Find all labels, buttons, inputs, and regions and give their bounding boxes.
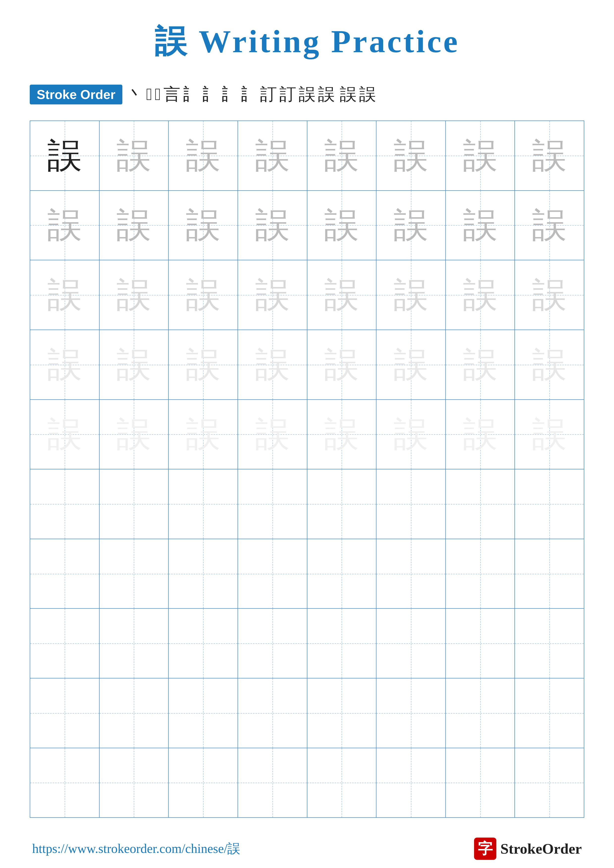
footer: https://www.strokeorder.com/chinese/誤 字 …	[30, 837, 584, 860]
grid-cell: 誤	[376, 191, 446, 260]
grid-cell: 誤	[169, 191, 238, 260]
grid-cell	[376, 539, 446, 608]
grid-cell: 誤	[238, 330, 307, 399]
grid-row: 誤誤誤誤誤誤誤誤	[30, 260, 584, 330]
practice-char: 誤	[463, 208, 497, 242]
grid-cell	[515, 539, 584, 608]
logo-char: 字	[478, 839, 493, 859]
grid-cell	[446, 470, 515, 539]
grid-cell	[446, 748, 515, 817]
grid-cell: 誤	[515, 260, 584, 330]
practice-char: 誤	[186, 417, 221, 451]
grid-cell: 誤	[376, 121, 446, 190]
practice-char: 誤	[255, 417, 290, 451]
grid-cell	[446, 679, 515, 748]
grid-cell	[376, 470, 446, 539]
grid-cell	[446, 539, 515, 608]
footer-logo-icon: 字	[474, 837, 496, 860]
grid-cell	[238, 679, 307, 748]
grid-cell: 誤	[30, 400, 99, 469]
practice-char: 誤	[463, 347, 497, 382]
practice-char: 誤	[463, 417, 497, 451]
practice-char: 誤	[186, 138, 221, 173]
grid-cell: 誤	[376, 400, 446, 469]
grid-cell	[30, 679, 99, 748]
stroke-order-badge: Stroke Order	[30, 85, 122, 104]
grid-cell	[515, 609, 584, 678]
grid-cell	[376, 679, 446, 748]
practice-char: 誤	[47, 277, 82, 312]
grid-cell: 誤	[446, 191, 515, 260]
grid-cell	[238, 539, 307, 608]
grid-cell: 誤	[515, 330, 584, 399]
grid-cell	[169, 748, 238, 817]
grid-cell: 誤	[238, 260, 307, 330]
footer-logo-text: StrokeOrder	[500, 840, 582, 857]
practice-char: 誤	[117, 138, 151, 173]
page-title: 誤 Writing Practice	[155, 20, 460, 64]
grid-cell: 誤	[446, 260, 515, 330]
grid-cell	[30, 470, 99, 539]
grid-cell: 誤	[515, 191, 584, 260]
grid-cell: 誤	[376, 330, 446, 399]
practice-char: 誤	[393, 277, 428, 312]
practice-char: 誤	[324, 347, 359, 382]
stroke-order-chars: 丶 𠃌 𠃍 言 訁 訁 訁 訁 訂 訂 誤 誤 誤 誤	[127, 83, 376, 105]
grid-cell	[30, 609, 99, 678]
practice-char: 誤	[186, 347, 221, 382]
grid-cell: 誤	[515, 400, 584, 469]
grid-cell	[30, 748, 99, 817]
grid-cell	[99, 679, 169, 748]
grid-row	[30, 539, 584, 609]
grid-cell: 誤	[307, 400, 377, 469]
practice-char: 誤	[47, 138, 82, 173]
grid-cell: 誤	[307, 121, 377, 190]
grid-cell: 誤	[307, 330, 377, 399]
footer-url[interactable]: https://www.strokeorder.com/chinese/誤	[32, 840, 240, 857]
practice-char: 誤	[532, 208, 567, 242]
stroke-order-section: Stroke Order 丶 𠃌 𠃍 言 訁 訁 訁 訁 訂 訂 誤 誤 誤 誤	[30, 83, 584, 105]
grid-cell: 誤	[30, 121, 99, 190]
grid-cell: 誤	[446, 400, 515, 469]
grid-cell	[169, 679, 238, 748]
grid-cell	[307, 748, 377, 817]
grid-cell	[515, 679, 584, 748]
page: 誤 Writing Practice Stroke Order 丶 𠃌 𠃍 言 …	[0, 0, 614, 868]
practice-char: 誤	[324, 208, 359, 242]
practice-char: 誤	[117, 208, 151, 242]
practice-char: 誤	[186, 208, 221, 242]
grid-cell	[515, 748, 584, 817]
grid-cell	[446, 609, 515, 678]
grid-cell	[99, 539, 169, 608]
grid-cell: 誤	[307, 191, 377, 260]
grid-row	[30, 748, 584, 817]
practice-char: 誤	[532, 138, 567, 173]
grid-cell	[99, 748, 169, 817]
grid-cell: 誤	[99, 260, 169, 330]
grid-row: 誤誤誤誤誤誤誤誤	[30, 400, 584, 470]
practice-char: 誤	[117, 277, 151, 312]
grid-cell: 誤	[169, 400, 238, 469]
grid-cell	[238, 470, 307, 539]
practice-grid: 誤誤誤誤誤誤誤誤誤誤誤誤誤誤誤誤誤誤誤誤誤誤誤誤誤誤誤誤誤誤誤誤誤誤誤誤誤誤誤誤	[30, 121, 584, 818]
grid-cell: 誤	[30, 260, 99, 330]
grid-row	[30, 470, 584, 539]
grid-cell: 誤	[446, 330, 515, 399]
grid-cell: 誤	[99, 121, 169, 190]
grid-cell	[169, 539, 238, 608]
practice-char: 誤	[532, 417, 567, 451]
grid-cell	[169, 470, 238, 539]
grid-row	[30, 679, 584, 748]
grid-cell	[307, 539, 377, 608]
practice-char: 誤	[255, 277, 290, 312]
grid-cell: 誤	[307, 260, 377, 330]
grid-cell	[30, 539, 99, 608]
grid-cell: 誤	[99, 191, 169, 260]
practice-char: 誤	[393, 208, 428, 242]
practice-char: 誤	[255, 347, 290, 382]
practice-char: 誤	[117, 417, 151, 451]
practice-char: 誤	[324, 138, 359, 173]
practice-char: 誤	[463, 138, 497, 173]
grid-cell: 誤	[99, 330, 169, 399]
grid-cell: 誤	[99, 400, 169, 469]
